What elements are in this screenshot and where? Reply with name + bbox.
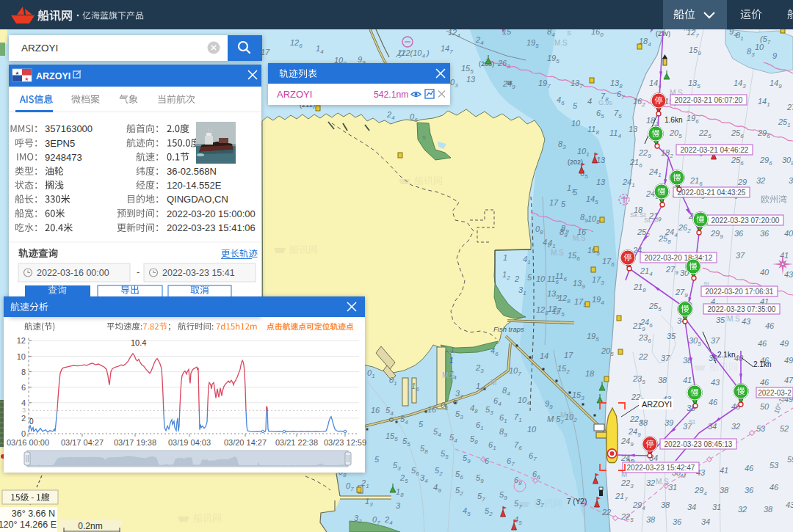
svg-text:1: 1 bbox=[449, 357, 454, 365]
svg-text:5: 5 bbox=[419, 420, 424, 429]
svg-text:38: 38 bbox=[764, 505, 773, 514]
svg-text:18: 18 bbox=[585, 369, 595, 378]
svg-text:03/17 04:27: 03/17 04:27 bbox=[61, 438, 104, 447]
svg-text:Fish traps: Fish traps bbox=[493, 325, 524, 333]
svg-text:32: 32 bbox=[756, 176, 765, 185]
svg-text:31: 31 bbox=[712, 503, 721, 511]
svg-text:5: 5 bbox=[374, 455, 380, 464]
svg-text:M.S: M.S bbox=[573, 234, 586, 242]
svg-text:43: 43 bbox=[742, 317, 751, 326]
svg-text:5: 5 bbox=[573, 188, 578, 197]
svg-text:38: 38 bbox=[658, 376, 667, 385]
svg-text:★: ★ bbox=[15, 70, 19, 76]
svg-text:9248473: 9248473 bbox=[45, 152, 82, 163]
svg-text:2022-03-20 15:00:00: 2022-03-20 15:00:00 bbox=[167, 208, 256, 219]
svg-text:10: 10 bbox=[17, 352, 26, 361]
svg-text:2022-03-21 04:46:22: 2022-03-21 04:46:22 bbox=[681, 146, 749, 154]
svg-text:2.1kn: 2.1kn bbox=[753, 360, 771, 368]
svg-text:16: 16 bbox=[427, 405, 437, 414]
svg-text:M.S: M.S bbox=[656, 478, 669, 486]
svg-text:2.1kn: 2.1kn bbox=[717, 351, 735, 359]
svg-text:1: 1 bbox=[503, 253, 507, 262]
svg-text:46: 46 bbox=[758, 339, 767, 348]
svg-text:14: 14 bbox=[540, 351, 548, 360]
svg-text:M.S: M.S bbox=[560, 411, 573, 419]
svg-text:36° 3.66 N: 36° 3.66 N bbox=[12, 509, 55, 519]
svg-text:37: 37 bbox=[736, 251, 745, 260]
svg-text:3EPN5: 3EPN5 bbox=[45, 138, 75, 149]
svg-text:4: 4 bbox=[21, 398, 26, 407]
svg-text:10: 10 bbox=[571, 119, 581, 128]
svg-text:32: 32 bbox=[646, 478, 655, 487]
svg-text:2022-03-20 18:34:12: 2022-03-20 18:34:12 bbox=[645, 254, 713, 262]
svg-text:5: 5 bbox=[527, 273, 532, 282]
svg-text:120° 14.266 E: 120° 14.266 E bbox=[0, 520, 57, 530]
svg-text:2022-03-23 08:45:13: 2022-03-23 08:45:13 bbox=[665, 440, 733, 448]
svg-text:43: 43 bbox=[786, 500, 793, 509]
svg-text:542.1nm: 542.1nm bbox=[374, 90, 408, 100]
svg-text:50: 50 bbox=[760, 402, 770, 411]
svg-text:53: 53 bbox=[756, 424, 766, 433]
svg-text:0.2nm: 0.2nm bbox=[78, 521, 102, 531]
svg-text:36: 36 bbox=[734, 229, 744, 238]
svg-text:40: 40 bbox=[784, 229, 793, 238]
svg-text:ARZOYI: ARZOYI bbox=[36, 71, 70, 81]
svg-text:ARZOYI: ARZOYI bbox=[277, 89, 312, 100]
svg-text:41: 41 bbox=[720, 466, 728, 475]
svg-text:16: 16 bbox=[371, 406, 380, 415]
svg-text:36: 36 bbox=[760, 229, 770, 238]
svg-text:37: 37 bbox=[711, 336, 720, 345]
svg-text:St: St bbox=[689, 418, 695, 426]
svg-text:2: 2 bbox=[514, 274, 519, 283]
svg-text:QINGDAO,CN: QINGDAO,CN bbox=[167, 194, 228, 205]
svg-text:2022-03-23 15:41: 2022-03-23 15:41 bbox=[162, 268, 235, 278]
svg-text:46: 46 bbox=[765, 321, 775, 330]
svg-text:G.9s: G.9s bbox=[598, 99, 613, 106]
svg-text:03/21 22:38: 03/21 22:38 bbox=[275, 438, 318, 447]
svg-text:10.4: 10.4 bbox=[131, 338, 146, 347]
svg-text:03/23 12:59: 03/23 12:59 bbox=[324, 438, 366, 447]
svg-text:36: 36 bbox=[745, 486, 754, 495]
svg-text:St.Sh: St.Sh bbox=[644, 216, 660, 224]
svg-text:120-14.552E: 120-14.552E bbox=[167, 180, 222, 191]
svg-text:13: 13 bbox=[629, 125, 638, 134]
svg-text:2022-03-23 15:42:47: 2022-03-23 15:42:47 bbox=[627, 464, 695, 472]
svg-text:2022-03-21 04:43:25: 2022-03-21 04:43:25 bbox=[678, 189, 746, 197]
svg-text:2022-03-23 15:41:06: 2022-03-23 15:41:06 bbox=[167, 222, 256, 233]
svg-text:6: 6 bbox=[485, 456, 490, 465]
svg-text:2022-03-20 17:06:31: 2022-03-20 17:06:31 bbox=[706, 288, 774, 296]
svg-text:31: 31 bbox=[668, 483, 677, 492]
svg-text:29: 29 bbox=[737, 178, 747, 186]
svg-text:34: 34 bbox=[687, 503, 696, 511]
svg-text:lIk: lIk bbox=[507, 79, 513, 86]
svg-text:2022-03-23 07:20:00: 2022-03-23 07:20:00 bbox=[711, 216, 780, 225]
svg-text:52: 52 bbox=[780, 424, 789, 433]
svg-text:2022-03-21 06:07:20: 2022-03-21 06:07:20 bbox=[675, 96, 743, 104]
svg-text:5: 5 bbox=[573, 101, 578, 110]
svg-text:S: S bbox=[554, 308, 560, 316]
svg-text:13: 13 bbox=[596, 178, 606, 186]
svg-text:10: 10 bbox=[536, 274, 546, 283]
svg-text:59: 59 bbox=[787, 455, 793, 464]
svg-text:38: 38 bbox=[639, 418, 648, 427]
svg-text:37: 37 bbox=[661, 354, 670, 362]
svg-text:13: 13 bbox=[466, 75, 476, 84]
svg-text:(202): (202) bbox=[568, 158, 583, 166]
svg-text:32: 32 bbox=[738, 505, 747, 514]
svg-text:M: M bbox=[490, 379, 496, 387]
svg-text:47: 47 bbox=[784, 376, 793, 385]
svg-text:32: 32 bbox=[731, 422, 740, 431]
svg-text:36-02.568N: 36-02.568N bbox=[167, 166, 217, 177]
svg-text:22: 22 bbox=[601, 508, 611, 517]
svg-text:4: 4 bbox=[587, 97, 592, 106]
svg-text:10: 10 bbox=[755, 43, 764, 51]
svg-text:49: 49 bbox=[780, 339, 789, 348]
svg-text:3: 3 bbox=[22, 407, 26, 414]
svg-text:38: 38 bbox=[720, 486, 729, 495]
svg-text:0: 0 bbox=[21, 429, 26, 438]
svg-text:8: 8 bbox=[21, 368, 26, 376]
svg-text:03/19 04:03: 03/19 04:03 bbox=[168, 438, 211, 447]
svg-text:46: 46 bbox=[745, 464, 754, 473]
svg-text:03/17 19:38: 03/17 19:38 bbox=[114, 438, 156, 447]
svg-text:40: 40 bbox=[760, 268, 770, 277]
